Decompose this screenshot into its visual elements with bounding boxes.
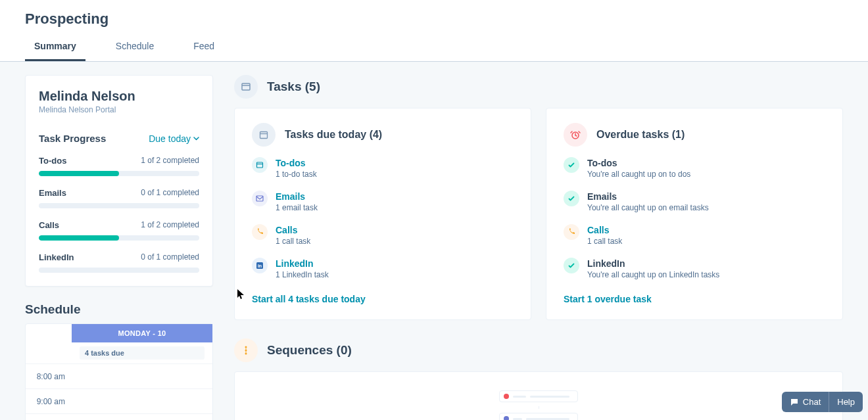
start-overdue-link[interactable]: Start 1 overdue task [564,294,652,304]
tasks-due-today-title: Tasks due today (4) [285,129,382,141]
progress-count: 1 of 2 completed [141,156,199,166]
todo-icon [252,157,268,173]
progress-item: To-dos1 of 2 completed [39,156,199,176]
check-icon [564,157,579,173]
schedule-slot[interactable]: 8:00 am [26,363,212,388]
help-label: Help [837,397,855,407]
schedule-widget: MONDAY - 10 4 tasks due 8:00 am9:00 am10… [25,323,213,420]
call-icon [564,224,579,240]
chat-help-widget: Chat Help [782,392,863,412]
progress-bar [39,235,199,241]
svg-rect-0 [242,83,250,90]
svg-point-10 [245,346,247,348]
svg-rect-4 [257,162,263,168]
linkedin-icon: in [252,258,268,273]
task-row-subtitle: You're all caught up on email tasks [587,203,709,212]
task-row: Emails1 email task [252,191,514,212]
schedule-time-label: 8:00 am [26,372,72,381]
task-row-title: LinkedIn [587,258,719,269]
schedule-slot[interactable]: 10:00 am [26,413,212,420]
alarm-clock-icon [564,123,587,147]
progress-count: 1 of 2 completed [141,220,199,230]
sequence-placeholder-row [499,390,578,402]
task-row-subtitle: 1 to-do task [276,170,317,179]
task-row: Calls1 call task [564,224,825,246]
progress-count: 0 of 1 completed [141,188,199,198]
svg-point-11 [245,350,247,352]
svg-text:in: in [258,264,262,268]
calendar-icon [252,123,276,147]
tasks-due-today-card: Tasks due today (4) To-dos1 to-do taskEm… [234,108,531,320]
chat-icon [790,398,799,407]
progress-label: Calls [39,220,59,230]
svg-rect-2 [260,132,268,139]
task-row-subtitle: 1 call task [587,237,622,246]
chat-label: Chat [803,397,821,407]
progress-item: Calls1 of 2 completed [39,220,199,241]
task-progress-title: Task Progress [39,133,106,144]
task-row: To-dos1 to-do task [252,157,514,179]
progress-bar [39,171,199,176]
page-title: Prospecting [0,0,868,30]
due-today-label: Due today [149,133,191,144]
task-row-title[interactable]: Calls [276,225,310,235]
task-row-title[interactable]: Calls [587,225,622,235]
progress-label: LinkedIn [39,252,74,262]
progress-label: Emails [39,188,66,198]
task-row: LinkedInYou're all caught up on LinkedIn… [564,258,825,279]
svg-point-12 [245,353,247,355]
sequence-placeholder-row [499,413,578,420]
sequences-empty-card [234,371,843,420]
progress-count: 0 of 1 completed [141,252,199,262]
tab-summary[interactable]: Summary [25,34,85,61]
tab-schedule[interactable]: Schedule [107,34,163,61]
tasks-header-title: Tasks (5) [267,80,320,94]
schedule-day-header[interactable]: MONDAY - 10 [72,324,212,342]
tab-feed[interactable]: Feed [184,34,224,61]
progress-bar [39,268,199,273]
task-row-title: To-dos [587,158,690,168]
tabs: Summary Schedule Feed [0,34,868,61]
user-card: Melinda Nelson Melinda Nelson Portal Tas… [25,75,213,287]
task-row-subtitle: 1 email task [276,203,318,212]
sequences-icon [234,338,258,362]
check-icon [564,191,579,206]
progress-item: Emails0 of 1 completed [39,188,199,208]
progress-bar [39,203,199,208]
chat-button[interactable]: Chat [782,392,829,412]
schedule-title: Schedule [25,302,213,317]
email-icon [252,191,268,206]
progress-item: LinkedIn0 of 1 completed [39,252,199,273]
overdue-tasks-card: Overdue tasks (1) To-dosYou're all caugh… [546,108,843,320]
task-row-title[interactable]: To-dos [276,158,317,168]
check-icon [564,258,579,273]
task-row-subtitle: 1 call task [276,237,310,246]
user-name: Melinda Nelson [39,89,199,104]
svg-rect-6 [256,196,263,201]
task-row-subtitle: You're all caught up on to dos [587,170,690,179]
task-row: To-dosYou're all caught up on to dos [564,157,825,179]
task-row-subtitle: You're all caught up on LinkedIn tasks [587,270,719,279]
tasks-icon [234,75,258,99]
overdue-tasks-title: Overdue tasks (1) [596,129,685,141]
task-row: EmailsYou're all caught up on email task… [564,191,825,212]
sequences-header-title: Sequences (0) [267,343,352,358]
help-button[interactable]: Help [829,392,863,412]
task-row-subtitle: 1 LinkedIn task [276,270,329,279]
start-due-today-link[interactable]: Start all 4 tasks due today [252,294,366,304]
schedule-slot[interactable]: 9:00 am [26,388,212,413]
schedule-time-label: 9:00 am [26,397,72,406]
due-today-dropdown[interactable]: Due today [149,133,199,144]
call-icon [252,224,268,240]
task-row-title[interactable]: LinkedIn [276,258,329,269]
progress-label: To-dos [39,156,66,166]
chevron-down-icon [193,137,199,141]
task-row-title: Emails [587,191,709,202]
schedule-tasks-due-bar[interactable]: 4 tasks due [80,346,205,360]
task-row-title[interactable]: Emails [276,191,318,202]
task-row: Calls1 call task [252,224,514,246]
portal-name: Melinda Nelson Portal [39,105,199,114]
task-row: inLinkedIn1 LinkedIn task [252,258,514,279]
